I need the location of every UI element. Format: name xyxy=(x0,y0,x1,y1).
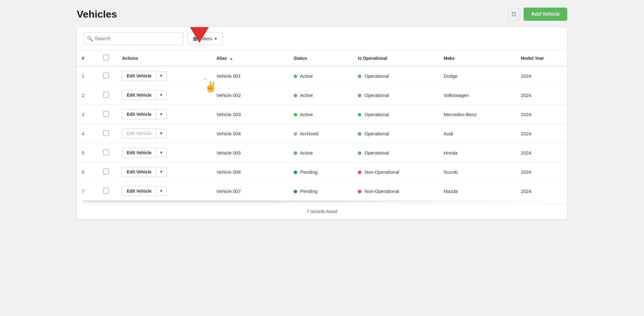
edit-vehicle-button[interactable]: Edit Vehicle xyxy=(122,148,156,158)
scroll-hint xyxy=(83,200,561,202)
row-status-5: Active xyxy=(289,143,353,162)
row-make-4: Audi xyxy=(439,124,516,143)
edit-vehicle-dropdown[interactable]: ▼ xyxy=(156,71,167,81)
vehicles-table: # Actions Alias ▲ Status Is Operational … xyxy=(77,50,567,200)
page-container: Vehicles ☷ Add Vehicle 🔍 ▦ Filters xyxy=(77,8,567,219)
col-header-actions: Actions xyxy=(117,50,211,66)
status-label: Archived xyxy=(300,131,318,136)
edit-vehicle-button[interactable]: Edit Vehicle xyxy=(122,186,156,196)
chevron-down-icon: ▼ xyxy=(214,37,218,41)
operational-label: Operational xyxy=(364,131,389,136)
status-dot xyxy=(294,151,297,155)
row-select-checkbox[interactable] xyxy=(103,188,109,194)
operational-dot xyxy=(358,94,361,97)
row-num-2: 2 xyxy=(77,86,98,105)
operational-dot xyxy=(358,151,361,155)
col-header-modelyear: Model Year xyxy=(516,50,567,66)
records-found-label: 7 records found xyxy=(307,209,337,214)
status-label: Active xyxy=(300,112,313,117)
row-operational-5: Operational xyxy=(353,143,439,162)
row-select-checkbox[interactable] xyxy=(103,73,109,78)
row-status-4: Archived xyxy=(289,124,353,143)
row-modelyear-7: 2024 xyxy=(516,182,567,201)
col-header-alias: Alias ▲ xyxy=(211,50,288,66)
search-input[interactable] xyxy=(83,32,184,45)
row-actions-1: Edit Vehicle ▼ xyxy=(117,66,211,86)
row-select-checkbox[interactable] xyxy=(103,111,109,117)
col-header-operational: Is Operational xyxy=(353,50,439,66)
row-select-checkbox[interactable] xyxy=(103,92,109,98)
row-modelyear-2: 2024 xyxy=(516,86,567,105)
row-checkbox-6 xyxy=(98,162,117,182)
row-modelyear-1: 2024 xyxy=(516,66,567,86)
edit-vehicle-button[interactable]: Edit Vehicle xyxy=(122,109,156,119)
search-icon: 🔍 xyxy=(87,36,93,42)
status-dot xyxy=(294,171,297,174)
row-operational-2: Operational xyxy=(353,86,439,105)
table-wrapper: # Actions Alias ▲ Status Is Operational … xyxy=(77,50,567,200)
edit-vehicle-dropdown[interactable]: ▼ xyxy=(156,148,167,157)
table-row: 2 Edit Vehicle ▼ Vehicle 002 Active Oper… xyxy=(77,86,567,105)
edit-vehicle-button[interactable]: Edit Vehicle xyxy=(122,71,156,81)
alias-sort-icon: ▲ xyxy=(230,56,233,61)
row-alias-7: Vehicle 007 xyxy=(211,182,288,201)
page-header: Vehicles ☷ Add Vehicle xyxy=(77,8,567,21)
row-num-7: 7 xyxy=(77,182,98,201)
arrow-indicator xyxy=(190,27,209,44)
operational-dot xyxy=(358,75,361,78)
operational-label: Operational xyxy=(364,112,389,117)
row-actions-7: Edit Vehicle ▼ xyxy=(117,182,211,201)
row-alias-6: Vehicle 006 xyxy=(211,162,288,182)
content-card: 🔍 ▦ Filters ▼ ↔ ✌ xyxy=(77,27,567,219)
col-header-check xyxy=(98,50,117,66)
row-actions-4: Edit Vehicle ▼ xyxy=(117,124,211,143)
table-row: 7 Edit Vehicle ▼ Vehicle 007 Pending Non… xyxy=(77,182,567,201)
row-checkbox-2 xyxy=(98,86,117,105)
map-icon-button[interactable]: ☷ xyxy=(508,8,520,20)
table-row: 6 Edit Vehicle ▼ Vehicle 006 Pending Non… xyxy=(77,162,567,182)
edit-vehicle-dropdown[interactable]: ▼ xyxy=(156,129,167,138)
row-make-6: Suzuki xyxy=(439,162,516,182)
row-num-4: 4 xyxy=(77,124,98,143)
row-select-checkbox[interactable] xyxy=(103,130,109,136)
table-body: 1 Edit Vehicle ▼ Vehicle 001 Active Oper… xyxy=(77,66,567,200)
edit-vehicle-button: Edit Vehicle xyxy=(122,128,156,138)
row-checkbox-1 xyxy=(98,66,117,86)
row-select-checkbox[interactable] xyxy=(103,150,109,155)
row-make-5: Honda xyxy=(439,143,516,162)
status-dot xyxy=(294,75,297,78)
row-alias-4: Vehicle 004 xyxy=(211,124,288,143)
status-dot xyxy=(294,190,297,193)
row-status-6: Pending xyxy=(289,162,353,182)
operational-dot xyxy=(358,113,361,116)
operational-label: Operational xyxy=(364,150,389,155)
select-all-checkbox[interactable] xyxy=(103,55,109,60)
row-status-1: Active xyxy=(289,66,353,86)
operational-label: Non-Operational xyxy=(364,189,399,194)
row-make-2: Volkswagen xyxy=(439,86,516,105)
row-num-6: 6 xyxy=(77,162,98,182)
edit-vehicle-dropdown[interactable]: ▼ xyxy=(156,186,167,196)
row-status-7: Pending xyxy=(289,182,353,201)
table-row: 4 Edit Vehicle ▼ Vehicle 004 Archived Op… xyxy=(77,124,567,143)
operational-dot xyxy=(358,171,361,174)
add-vehicle-button[interactable]: Add Vehicle xyxy=(524,8,567,21)
status-dot xyxy=(294,113,297,116)
row-actions-6: Edit Vehicle ▼ xyxy=(117,162,211,182)
row-alias-3: Vehicle 003 xyxy=(211,105,288,124)
status-dot xyxy=(294,94,297,97)
edit-vehicle-button[interactable]: Edit Vehicle xyxy=(122,90,156,100)
status-label: Pending xyxy=(300,189,318,194)
edit-vehicle-dropdown[interactable]: ▼ xyxy=(156,110,167,119)
row-alias-5: Vehicle 005 xyxy=(211,143,288,162)
row-num-1: 1 xyxy=(77,66,98,86)
status-label: Active xyxy=(300,150,313,155)
edit-vehicle-dropdown[interactable]: ▼ xyxy=(156,167,167,177)
row-num-3: 3 xyxy=(77,105,98,124)
search-wrapper: 🔍 xyxy=(83,32,184,45)
operational-label: Operational xyxy=(364,93,389,98)
edit-vehicle-button[interactable]: Edit Vehicle xyxy=(122,167,156,177)
row-num-5: 5 xyxy=(77,143,98,162)
edit-vehicle-dropdown[interactable]: ▼ xyxy=(156,90,167,100)
row-select-checkbox[interactable] xyxy=(103,169,109,174)
